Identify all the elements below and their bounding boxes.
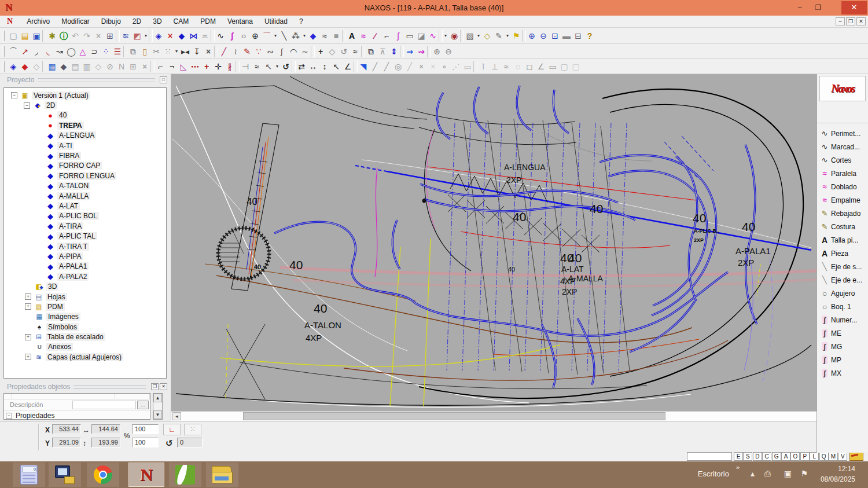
- axes-icon-button[interactable]: ∟: [163, 424, 181, 435]
- node-n-icon[interactable]: N: [116, 60, 127, 73]
- menu-item[interactable]: Modificar: [56, 16, 95, 27]
- menu-item[interactable]: CAM: [168, 16, 195, 27]
- snap-cross2-icon[interactable]: ×: [415, 60, 427, 73]
- ellipse-icon[interactable]: ◯: [65, 45, 77, 58]
- fast-forward-icon[interactable]: ◈: [8, 60, 19, 73]
- zoom-in-icon[interactable]: ⊕: [526, 30, 538, 42]
- panel-maximize-icon[interactable]: □: [160, 76, 167, 83]
- horizontal-scrollbar[interactable]: ◂: [171, 411, 816, 421]
- frame-icon[interactable]: ⊞: [127, 60, 139, 73]
- dashed-circle-icon[interactable]: ◌: [512, 60, 524, 73]
- tree-item[interactable]: − 2D: [4, 100, 166, 110]
- export-icon[interactable]: ⊞: [104, 30, 116, 42]
- panel-restore-icon[interactable]: ❐: [151, 383, 159, 390]
- angle-icon[interactable]: ∠: [342, 60, 354, 73]
- taskbar-chrome-icon[interactable]: [87, 463, 119, 487]
- wave-icon[interactable]: ∿: [427, 30, 439, 42]
- help-icon[interactable]: ?: [584, 30, 595, 42]
- insert-piece-icon[interactable]: ◈: [153, 30, 164, 42]
- tool-list-item[interactable]: MP: [817, 353, 868, 366]
- tool-list-item[interactable]: Marcad...: [817, 140, 868, 153]
- snap-circle-icon[interactable]: ◎: [392, 60, 404, 73]
- zoom-page-icon[interactable]: ⊡: [549, 30, 561, 42]
- curve-select-icon[interactable]: ↖: [330, 60, 342, 73]
- degree-box-icon[interactable]: ◻: [524, 60, 535, 73]
- maximize-button[interactable]: ❐: [810, 3, 826, 13]
- rectangle-icon[interactable]: ▭: [404, 30, 415, 42]
- corner-radius-icon[interactable]: ⌐: [155, 60, 166, 73]
- circle-icon[interactable]: ○: [238, 30, 249, 42]
- tree-item[interactable]: Símbolos: [4, 322, 166, 332]
- snap-dots-icon[interactable]: ⋰: [450, 60, 462, 73]
- piece-icon[interactable]: ◆: [176, 30, 187, 42]
- stamp-icon[interactable]: ◪: [415, 30, 427, 42]
- properties-scrollbar[interactable]: ▲ ▼: [153, 393, 163, 420]
- properties-group-row[interactable]: − Propiedades: [4, 410, 150, 421]
- arc-corner-icon[interactable]: ◞: [31, 45, 42, 58]
- shortcut-letter-button[interactable]: E: [734, 452, 743, 461]
- project-panel-titlebar[interactable]: Proyecto □: [0, 74, 171, 86]
- hump-curve-icon[interactable]: ◠: [288, 45, 299, 58]
- pencils-icon[interactable]: ✎: [493, 30, 505, 42]
- desktop-toolbar-label[interactable]: Escritorio: [698, 469, 729, 478]
- tool-list-item[interactable]: Cortes: [817, 153, 868, 167]
- rotate-icon[interactable]: ↺: [165, 438, 173, 449]
- rotate-icon[interactable]: ↺: [280, 60, 292, 73]
- parallel-marks-icon[interactable]: ∦: [224, 60, 236, 73]
- dropdown-arrow-icon[interactable]: ▾: [274, 60, 280, 73]
- shortcut-letter-button[interactable]: G: [772, 452, 781, 461]
- snap-line3-icon[interactable]: ╱: [404, 60, 415, 73]
- tree-item[interactable]: TREPA: [4, 120, 166, 130]
- select-arrow-icon[interactable]: ↖: [263, 60, 274, 73]
- redo-icon[interactable]: ↷: [81, 30, 93, 42]
- copy-icon[interactable]: ⧉: [127, 45, 139, 58]
- dropdown-arrow-icon[interactable]: ▾: [143, 30, 149, 42]
- collapse-icon[interactable]: −: [6, 413, 12, 419]
- strike-icon[interactable]: ⊼: [377, 45, 388, 58]
- columns-icon[interactable]: ▥: [81, 60, 93, 73]
- tree-item[interactable]: 40: [4, 111, 166, 120]
- description-browse-button[interactable]: ...: [137, 401, 149, 409]
- tree-toggle-icon[interactable]: −: [24, 102, 30, 109]
- arc-arrow-icon[interactable]: ↗: [19, 45, 31, 58]
- updown-icon[interactable]: ⇕: [388, 45, 400, 58]
- shortcut-letter-button[interactable]: D: [753, 452, 762, 461]
- center-point-icon[interactable]: ⊕: [249, 30, 261, 42]
- arc-endpoints-icon[interactable]: ⌒: [8, 45, 19, 58]
- palette-icon[interactable]: ◩: [131, 30, 143, 42]
- cut-icon[interactable]: ✂: [150, 45, 162, 58]
- tree-item[interactable]: + PDM: [4, 302, 166, 311]
- height-icon[interactable]: ↕: [319, 60, 330, 73]
- print-icon[interactable]: ⊟: [572, 30, 584, 42]
- tool-list-item[interactable]: Agujero: [817, 287, 868, 300]
- shortcut-letter-button[interactable]: L: [810, 452, 819, 461]
- points-icon[interactable]: ⁙: [162, 45, 174, 58]
- scatter-points-icon[interactable]: ∵: [253, 45, 264, 58]
- scale-x-input[interactable]: 100: [132, 424, 159, 434]
- tool-list-item[interactable]: Numer...: [817, 313, 868, 326]
- tree-item[interactable]: + Tabla de escalado: [4, 332, 166, 342]
- tilde-curve-icon[interactable]: ∼: [299, 45, 311, 58]
- tool-list-item[interactable]: Eje de s...: [817, 260, 868, 273]
- tool-list-item[interactable]: ME: [817, 326, 868, 340]
- snap-line-icon[interactable]: ╱: [369, 60, 381, 73]
- menu-item[interactable]: Archivo: [21, 16, 56, 27]
- tree-item[interactable]: A-PALA2: [4, 271, 166, 281]
- diamond-line-icon[interactable]: ◇: [93, 60, 104, 73]
- snap-cross3-icon[interactable]: ×: [427, 60, 439, 73]
- corner2-icon[interactable]: ¬: [166, 60, 178, 73]
- tree-item[interactable]: Anexos: [4, 342, 166, 352]
- dashed-line-icon[interactable]: ╲: [278, 30, 290, 42]
- tree-toggle-icon[interactable]: −: [11, 92, 17, 98]
- calculator-icon[interactable]: ▦: [46, 60, 58, 73]
- dropdown-arrow-icon[interactable]: ▾: [505, 30, 510, 42]
- snap-ruler-icon[interactable]: ▭: [462, 60, 473, 73]
- tree-item[interactable]: 3D: [4, 281, 166, 291]
- menu-item[interactable]: Ventana: [222, 16, 259, 27]
- curve-icon[interactable]: ∿: [215, 30, 226, 42]
- chevron-icon[interactable]: »: [736, 464, 740, 471]
- magnify-icon[interactable]: ⊕: [431, 45, 443, 58]
- move-cross-icon[interactable]: ✛: [212, 60, 224, 73]
- dropdown-arrow-icon[interactable]: ▾: [174, 45, 179, 58]
- tool-list-item[interactable]: Costura: [817, 220, 868, 233]
